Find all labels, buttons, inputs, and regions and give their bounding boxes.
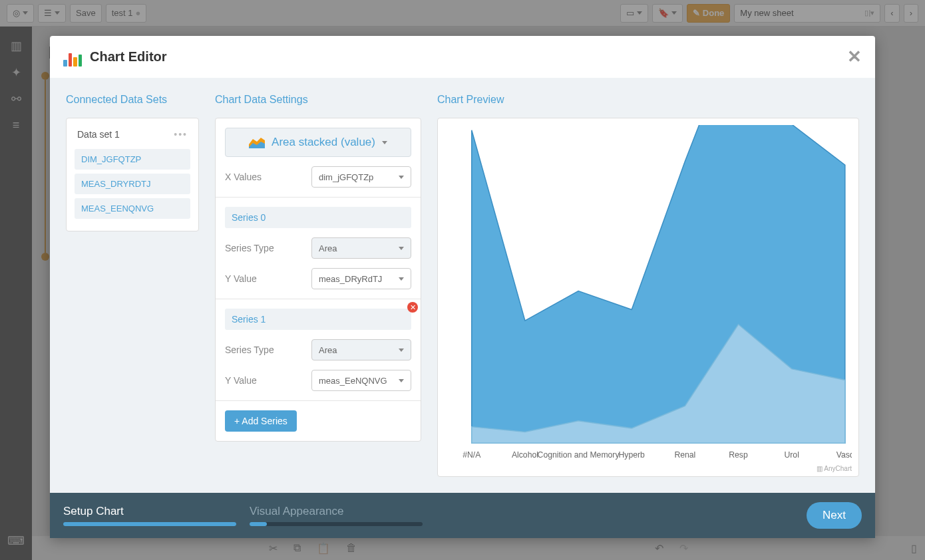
chevron-down-icon — [399, 277, 404, 281]
x-values-label: X Values — [225, 172, 262, 182]
chart-type-label: Area stacked (value) — [272, 136, 375, 149]
chart-editor-logo-icon — [63, 48, 82, 67]
connected-datasets-column: Connected Data Sets Data set 1 ••• DIM_J… — [66, 94, 199, 477]
series-type-select[interactable]: Area — [311, 237, 411, 259]
series-0-block: Series 0 Series Type Area Y Value meas_D… — [216, 198, 421, 299]
svg-text:Vasc: Vasc — [836, 450, 852, 460]
remove-series-icon[interactable]: ✕ — [407, 302, 418, 313]
chart-settings-column: Chart Data Settings Area stacked (value)… — [215, 94, 421, 477]
next-button[interactable]: Next — [807, 502, 862, 529]
step-visual-appearance[interactable]: Visual Appearance — [250, 505, 396, 518]
svg-text:Urol: Urol — [784, 450, 799, 460]
modal-body: Connected Data Sets Data set 1 ••• DIM_J… — [50, 78, 875, 493]
x-values-value: dim_jGFQTZp — [319, 172, 373, 182]
area-chart: #N/AAlcoholCognition and MemoryHyperbRen… — [445, 125, 852, 470]
series-type-value: Area — [319, 243, 337, 253]
y-value-label: Y Value — [225, 273, 257, 284]
svg-text:Renal: Renal — [674, 450, 695, 460]
series-header: Series 0 — [225, 207, 411, 228]
y-value-label: Y Value — [225, 375, 257, 386]
field-pill[interactable]: MEAS_EENQNVG — [75, 198, 190, 219]
dataset-card: Data set 1 ••• DIM_JGFQTZP MEAS_DRYRDTJ … — [66, 118, 199, 231]
chevron-down-icon — [399, 379, 404, 382]
y-value-select[interactable]: meas_EeNQNVG — [311, 370, 411, 391]
add-series-button[interactable]: + Add Series — [225, 410, 297, 432]
x-values-select[interactable]: dim_jGFQTZp — [311, 166, 411, 188]
svg-text:Alcohol: Alcohol — [512, 450, 538, 460]
area-stacked-icon — [249, 136, 265, 148]
modal-header: Chart Editor ✕ — [50, 36, 875, 78]
chart-credits-icon: ▥ — [817, 465, 823, 472]
svg-text:Hyperb: Hyperb — [619, 450, 646, 460]
svg-text:Cognition and Memory: Cognition and Memory — [538, 450, 620, 460]
chart-preview: #N/AAlcoholCognition and MemoryHyperbRen… — [437, 118, 859, 477]
chart-preview-title: Chart Preview — [437, 94, 859, 106]
modal-footer: Setup Chart Visual Appearance Next — [50, 493, 875, 538]
svg-text:Resp: Resp — [729, 450, 748, 460]
add-series-block: + Add Series — [216, 401, 421, 441]
chart-settings-title: Chart Data Settings — [215, 94, 421, 106]
settings-card: Area stacked (value) X Values dim_jGFQTZ… — [215, 118, 421, 442]
series-type-select[interactable]: Area — [311, 339, 411, 360]
chart-editor-modal: Chart Editor ✕ Connected Data Sets Data … — [50, 36, 875, 538]
chart-preview-column: Chart Preview #N/AAlcoholCognition and M… — [437, 94, 859, 477]
modal-overlay: Chart Editor ✕ Connected Data Sets Data … — [0, 0, 925, 560]
chart-credits: ▥ AnyChart — [817, 465, 852, 472]
field-pill[interactable]: MEAS_DRYRDTJ — [75, 174, 190, 194]
series-header: Series 1 — [225, 309, 411, 330]
connected-datasets-title: Connected Data Sets — [66, 94, 199, 106]
chevron-down-icon — [399, 176, 404, 179]
step-setup-chart[interactable]: Setup Chart — [63, 505, 210, 518]
chart-credits-label: AnyChart — [824, 465, 852, 472]
series-1-block: ✕ Series 1 Series Type Area Y Value meas… — [216, 299, 421, 401]
chart-type-block: Area stacked (value) X Values dim_jGFQTZ… — [216, 118, 421, 198]
close-icon[interactable]: ✕ — [847, 47, 862, 67]
dataset-header: Data set 1 ••• — [75, 126, 190, 142]
chevron-down-icon — [399, 349, 404, 352]
modal-title: Chart Editor — [90, 49, 167, 65]
y-value-value: meas_DRyRdTJ — [319, 274, 382, 284]
chevron-down-icon — [399, 247, 404, 250]
chevron-down-icon — [382, 141, 387, 144]
series-type-label: Series Type — [225, 345, 274, 355]
y-value-select[interactable]: meas_DRyRdTJ — [311, 268, 411, 289]
chart-type-selector[interactable]: Area stacked (value) — [225, 128, 411, 157]
dataset-menu-icon[interactable]: ••• — [174, 129, 188, 140]
svg-text:#N/A: #N/A — [462, 450, 481, 460]
field-pill[interactable]: DIM_JGFQTZP — [75, 149, 190, 170]
dataset-name: Data set 1 — [77, 129, 120, 140]
series-type-label: Series Type — [225, 243, 274, 253]
y-value-value: meas_EeNQNVG — [319, 376, 387, 386]
series-type-value: Area — [319, 345, 337, 355]
